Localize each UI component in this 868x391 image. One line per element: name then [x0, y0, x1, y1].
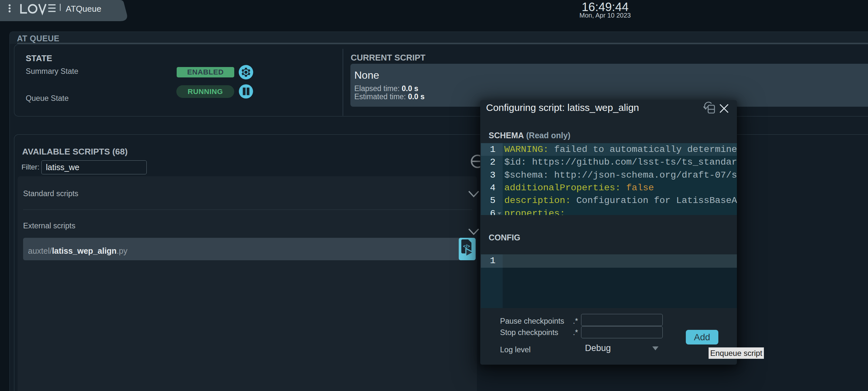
svg-text:</>: </> [463, 243, 470, 249]
